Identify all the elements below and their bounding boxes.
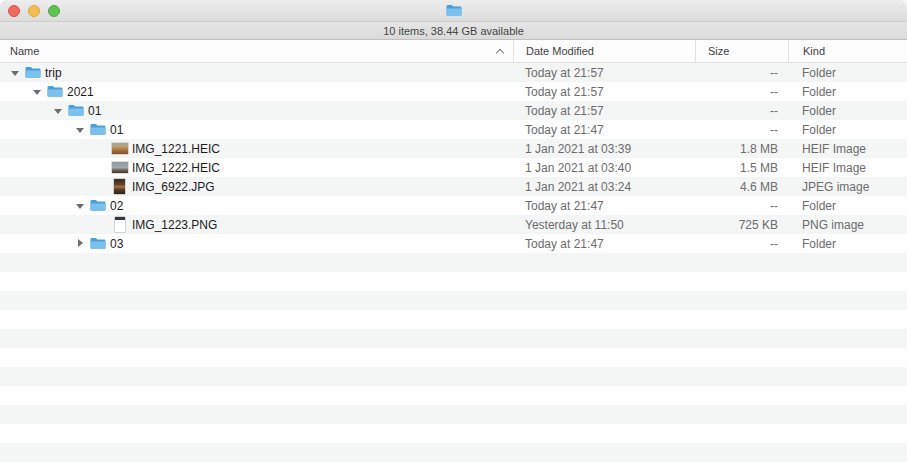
folder-icon xyxy=(89,234,106,253)
file-row-2021[interactable]: 2021Today at 21:57--Folder xyxy=(0,82,907,101)
disclosure-spacer xyxy=(97,158,111,177)
close-button[interactable] xyxy=(8,5,20,17)
size-value: -- xyxy=(695,196,788,215)
disclosure-triangle-open[interactable] xyxy=(53,101,67,120)
date-modified-value: Today at 21:47 xyxy=(513,234,695,253)
column-headers: Name Date Modified Size Kind xyxy=(0,40,907,63)
disclosure-spacer xyxy=(97,177,111,196)
date-modified-value: Today at 21:47 xyxy=(513,120,695,139)
kind-value: Folder xyxy=(788,196,907,215)
traffic-lights xyxy=(8,5,60,17)
column-header-size[interactable]: Size xyxy=(695,40,788,62)
file-row-img-6922-jpg[interactable]: IMG_6922.JPG1 Jan 2021 at 03:244.6 MBJPE… xyxy=(0,177,907,196)
kind-value: HEIF Image xyxy=(788,139,907,158)
file-row-01[interactable]: 01Today at 21:57--Folder xyxy=(0,101,907,120)
date-modified-value: Today at 21:57 xyxy=(513,63,695,82)
size-value: 725 KB xyxy=(695,215,788,234)
status-bar: 10 items, 38.44 GB available xyxy=(0,22,907,40)
column-header-name[interactable]: Name xyxy=(0,40,513,62)
size-value: -- xyxy=(695,63,788,82)
folder-icon xyxy=(89,196,106,215)
column-label: Size xyxy=(708,45,729,57)
disclosure-spacer xyxy=(97,215,111,234)
file-name: 03 xyxy=(110,237,123,251)
disclosure-triangle-open[interactable] xyxy=(10,63,24,82)
disclosure-triangle-closed[interactable] xyxy=(75,234,89,253)
folder-icon xyxy=(24,63,41,82)
disclosure-triangle-open[interactable] xyxy=(75,120,89,139)
file-name: IMG_1222.HEIC xyxy=(132,161,220,175)
file-row-img-1222-heic[interactable]: IMG_1222.HEIC1 Jan 2021 at 03:401.5 MBHE… xyxy=(0,158,907,177)
kind-value: JPEG image xyxy=(788,177,907,196)
folder-icon xyxy=(46,82,63,101)
kind-value: Folder xyxy=(788,82,907,101)
column-header-kind[interactable]: Kind xyxy=(788,40,907,62)
kind-value: PNG image xyxy=(788,215,907,234)
file-thumbnail-icon xyxy=(111,177,128,196)
finder-window: 10 items, 38.44 GB available Name Date M… xyxy=(0,0,907,470)
date-modified-value: Today at 21:57 xyxy=(513,101,695,120)
file-name: IMG_6922.JPG xyxy=(132,180,215,194)
column-label: Date Modified xyxy=(526,45,594,57)
disclosure-triangle-open[interactable] xyxy=(32,82,46,101)
kind-value: Folder xyxy=(788,63,907,82)
size-value: -- xyxy=(695,82,788,101)
file-list: tripToday at 21:57--Folder2021Today at 2… xyxy=(0,63,907,470)
size-value: -- xyxy=(695,234,788,253)
file-thumbnail-icon xyxy=(111,215,128,234)
size-value: 4.6 MB xyxy=(695,177,788,196)
titlebar-folder-icon xyxy=(445,4,462,18)
status-text: 10 items, 38.44 GB available xyxy=(383,25,524,37)
size-value: 1.8 MB xyxy=(695,139,788,158)
titlebar[interactable] xyxy=(0,0,907,22)
file-row-01[interactable]: 01Today at 21:47--Folder xyxy=(0,120,907,139)
disclosure-spacer xyxy=(97,139,111,158)
file-row-img-1223-png[interactable]: IMG_1223.PNGYesterday at 11:50725 KBPNG … xyxy=(0,215,907,234)
file-name: IMG_1221.HEIC xyxy=(132,142,220,156)
file-row-03[interactable]: 03Today at 21:47--Folder xyxy=(0,234,907,253)
kind-value: HEIF Image xyxy=(788,158,907,177)
file-name: 2021 xyxy=(67,85,94,99)
folder-icon xyxy=(67,101,84,120)
date-modified-value: 1 Jan 2021 at 03:40 xyxy=(513,158,695,177)
size-value: -- xyxy=(695,101,788,120)
folder-icon xyxy=(89,120,106,139)
file-name: 01 xyxy=(88,104,101,118)
file-row-trip[interactable]: tripToday at 21:57--Folder xyxy=(0,63,907,82)
kind-value: Folder xyxy=(788,120,907,139)
date-modified-value: Today at 21:57 xyxy=(513,82,695,101)
zoom-button[interactable] xyxy=(48,5,60,17)
size-value: 1.5 MB xyxy=(695,158,788,177)
file-name: IMG_1223.PNG xyxy=(132,218,217,232)
file-name: 02 xyxy=(110,199,123,213)
file-name: trip xyxy=(45,66,62,80)
column-label: Name xyxy=(10,45,39,57)
sort-ascending-icon xyxy=(497,48,504,55)
file-row-img-1221-heic[interactable]: IMG_1221.HEIC1 Jan 2021 at 03:391.8 MBHE… xyxy=(0,139,907,158)
file-row-02[interactable]: 02Today at 21:47--Folder xyxy=(0,196,907,215)
column-header-date-modified[interactable]: Date Modified xyxy=(513,40,695,62)
date-modified-value: 1 Jan 2021 at 03:39 xyxy=(513,139,695,158)
file-name: 01 xyxy=(110,123,123,137)
kind-value: Folder xyxy=(788,101,907,120)
date-modified-value: Yesterday at 11:50 xyxy=(513,215,695,234)
kind-value: Folder xyxy=(788,234,907,253)
file-thumbnail-icon xyxy=(111,139,128,158)
minimize-button[interactable] xyxy=(28,5,40,17)
file-thumbnail-icon xyxy=(111,158,128,177)
date-modified-value: 1 Jan 2021 at 03:24 xyxy=(513,177,695,196)
disclosure-triangle-open[interactable] xyxy=(75,196,89,215)
date-modified-value: Today at 21:47 xyxy=(513,196,695,215)
column-label: Kind xyxy=(803,45,825,57)
size-value: -- xyxy=(695,120,788,139)
